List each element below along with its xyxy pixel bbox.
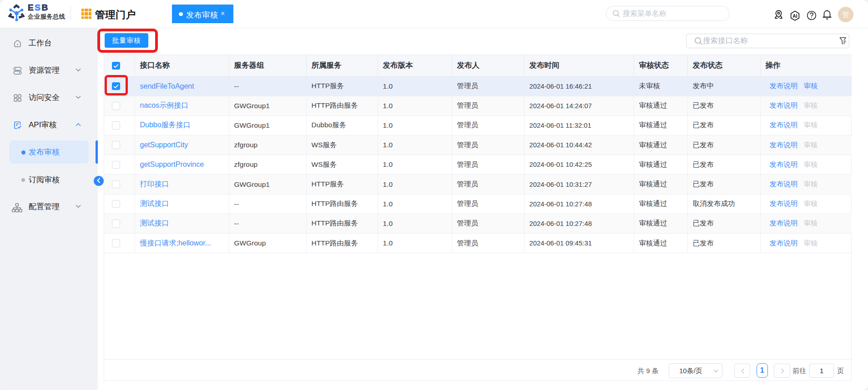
svg-text:AI: AI	[792, 13, 797, 19]
